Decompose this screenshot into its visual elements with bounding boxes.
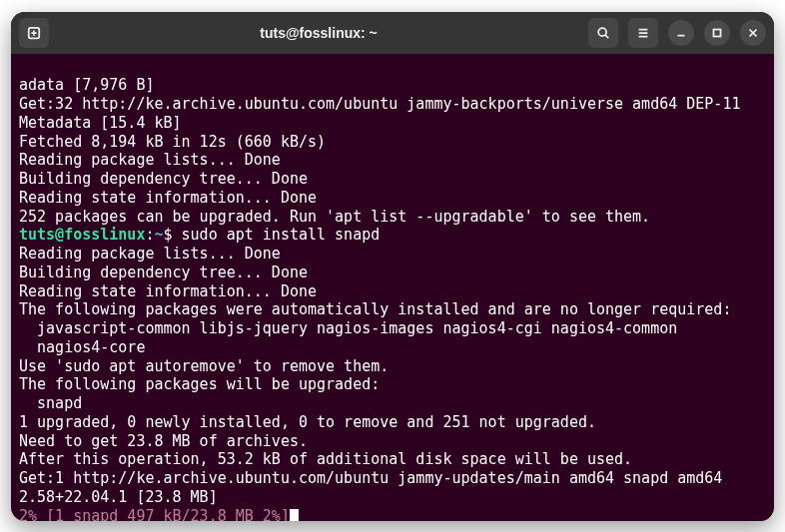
terminal-content[interactable]: adata [7,976 B]Get:32 http://ke.archive.…: [11, 54, 774, 521]
search-button[interactable]: [588, 18, 618, 48]
maximize-icon: [710, 26, 724, 40]
output-line: After this operation, 53.2 kB of additio…: [19, 450, 766, 469]
maximize-button[interactable]: [704, 20, 730, 46]
output-line: nagios4-core: [19, 338, 766, 357]
output-line: Use 'sudo apt autoremove' to remove them…: [19, 357, 766, 376]
output-line: The following packages were automaticall…: [19, 300, 766, 319]
output-line: adata [7,976 B]: [19, 76, 766, 95]
command-text: sudo apt install snapd: [182, 226, 381, 244]
output-line: 1 upgraded, 0 newly installed, 0 to remo…: [19, 413, 766, 432]
output-line: The following packages will be upgraded:: [19, 375, 766, 394]
minimize-button[interactable]: [668, 20, 694, 46]
titlebar: tuts@fosslinux: ~: [11, 12, 774, 54]
prompt-dollar: $: [164, 226, 182, 244]
close-icon: [746, 26, 760, 40]
output-line: Reading package lists... Done: [19, 151, 766, 170]
prompt-line: tuts@fosslinux:~$ sudo apt install snapd: [19, 226, 766, 245]
output-line: Building dependency tree... Done: [19, 170, 766, 189]
output-line: Building dependency tree... Done: [19, 264, 766, 282]
svg-line-4: [605, 35, 608, 38]
close-button[interactable]: [740, 20, 766, 46]
output-line: snapd: [19, 394, 766, 413]
terminal-window: tuts@fosslinux: ~ adata [7,976 B]Get:32 …: [11, 12, 774, 521]
svg-point-3: [598, 28, 606, 36]
progress-line: 2% [1 snapd 497 kB/23.8 MB 2%]: [19, 507, 766, 521]
titlebar-right: [588, 18, 766, 48]
output-line: Reading state information... Done: [19, 282, 766, 301]
new-tab-icon: [27, 26, 41, 40]
new-tab-button[interactable]: [19, 18, 49, 48]
menu-button[interactable]: [628, 18, 658, 48]
window-title: tuts@fosslinux: ~: [55, 25, 582, 41]
search-icon: [596, 26, 610, 40]
output-line: Need to get 23.8 MB of archives.: [19, 432, 766, 451]
cursor: [290, 509, 299, 521]
output-line: Get:1 http://ke.archive.ubuntu.com/ubunt…: [19, 469, 766, 507]
output-line: 252 packages can be upgraded. Run 'apt l…: [19, 208, 766, 227]
prompt-path: ~: [154, 226, 163, 244]
output-line: Reading package lists... Done: [19, 245, 766, 264]
svg-rect-9: [714, 29, 721, 36]
output-line: Fetched 8,194 kB in 12s (660 kB/s): [19, 133, 766, 152]
prompt-user-host: tuts@fosslinux: [19, 226, 145, 244]
output-line: javascript-common libjs-jquery nagios-im…: [19, 319, 766, 338]
hamburger-icon: [636, 26, 650, 40]
minimize-icon: [674, 26, 688, 40]
output-line: Reading state information... Done: [19, 189, 766, 208]
download-progress: 2% [1 snapd 497 kB/23.8 MB 2%]: [19, 507, 290, 521]
output-line: Get:32 http://ke.archive.ubuntu.com/ubun…: [19, 95, 766, 133]
